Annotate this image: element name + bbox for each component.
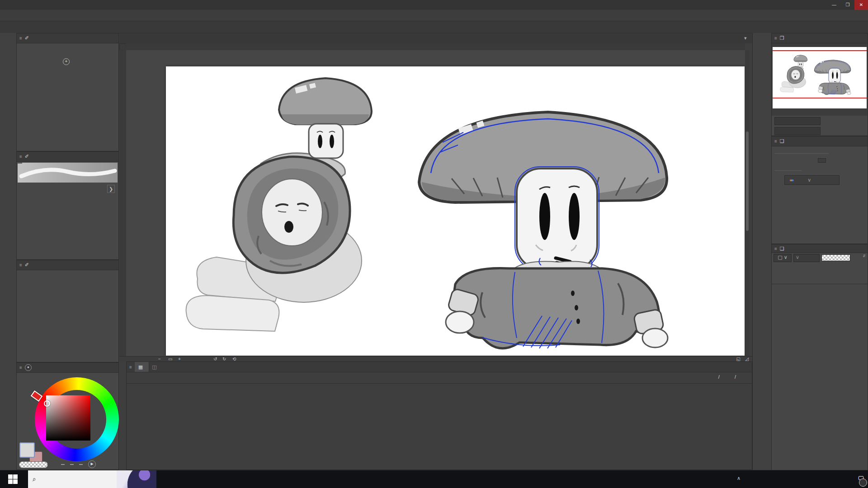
panel-menu-icon[interactable]: ≡: [774, 246, 777, 251]
brush-size-icon: ✐: [25, 262, 29, 268]
expand-icon[interactable]: ◿: [745, 357, 749, 361]
rotate-cw-icon[interactable]: ↻: [222, 357, 226, 361]
layer-toolbar-row3: [772, 273, 868, 284]
expression-color-dropdown[interactable]: ●●● ∨: [784, 175, 840, 185]
navigator-tab-icon: ❐: [780, 35, 784, 41]
panel-menu-icon[interactable]: ≡: [19, 154, 22, 159]
frame-counter: / /: [712, 374, 743, 380]
close-button[interactable]: ✕: [854, 0, 868, 10]
minimize-button[interactable]: —: [827, 0, 841, 10]
search-icon: ⌕: [33, 475, 36, 483]
opacity-spinner[interactable]: ⇵: [863, 254, 866, 258]
panel-menu-icon[interactable]: ≡: [19, 365, 22, 370]
canvas-document[interactable]: [166, 66, 745, 356]
rotate-ccw-icon[interactable]: ↺: [213, 357, 217, 361]
tool-icon: ✐: [25, 154, 29, 160]
hsv-readout: ▶: [61, 460, 96, 468]
color-slider-toggle-icon[interactable]: ▶: [88, 460, 96, 468]
opacity-slider[interactable]: [821, 254, 850, 261]
all-sides-icon: ◫: [152, 364, 156, 370]
sat-key-icon: [70, 464, 74, 465]
canvas-artwork: [166, 66, 745, 356]
canvas-area[interactable]: [126, 50, 745, 356]
brush-stroke-preview: [18, 163, 118, 183]
right-icon-strip: [752, 33, 772, 470]
layer-panel: ≡ ❏ ▢ ∨ ∨ ⇵: [771, 244, 868, 470]
layer-tab-icon: ❏: [780, 246, 784, 252]
search-highlight-image: [117, 470, 156, 488]
wrench-icon: ✐: [25, 35, 29, 41]
maximize-button[interactable]: ❐: [841, 0, 854, 10]
navigator-thumbnail: [777, 53, 862, 96]
brush-name-chip: [18, 163, 22, 164]
tab-all-sides-view[interactable]: ◫: [152, 364, 156, 370]
search-box[interactable]: ⌕: [28, 470, 156, 488]
layer-blend-row: ▢ ∨ ∨ ⇵: [772, 253, 868, 263]
color-wheel-tab-icon: ●: [25, 364, 32, 371]
canvas-vscrollbar[interactable]: [745, 50, 750, 356]
blend-mode-dropdown[interactable]: ∨: [793, 254, 820, 262]
zoom-in-icon[interactable]: +: [178, 357, 181, 361]
navigator-zoom-value[interactable]: [774, 117, 821, 125]
brush-size-panel: ≡ ✐: [16, 260, 119, 362]
tool-property-panel: ≡ ✐ ❯: [16, 151, 119, 260]
zoom-out-icon[interactable]: −: [158, 357, 161, 361]
panel-menu-icon[interactable]: ≡: [129, 365, 132, 370]
app-window: — ❐ ✕ ≡ ✐ + ≡ ✐: [0, 0, 868, 488]
taskbar: ⌕ ∧ 🗨: [0, 470, 868, 488]
timeline-toolbar: / /: [127, 372, 752, 384]
rgb-icon: ●●●: [789, 178, 794, 183]
timeline-icon: ▦: [138, 364, 143, 370]
navigator-guide-bottom: [773, 98, 867, 99]
tab-timeline[interactable]: ▦: [135, 362, 149, 372]
taper-row[interactable]: ❯: [17, 183, 118, 195]
timeline-panel: ≡ ▦ ◫ / /: [126, 361, 752, 470]
zoom-slider[interactable]: ▭: [168, 357, 172, 361]
layer-property-tab-icon: ❏: [780, 138, 784, 144]
notification-badge: [859, 479, 867, 487]
document-tabs: [119, 34, 752, 43]
add-sub-tool-button[interactable]: +: [17, 54, 118, 69]
panel-menu-icon[interactable]: ≡: [774, 36, 777, 41]
color-panel: ≡ ● ▶: [16, 362, 119, 470]
tray-expand-icon[interactable]: ∧: [737, 475, 741, 481]
command-bar: [0, 21, 868, 33]
panel-menu-icon[interactable]: ≡: [19, 263, 22, 267]
panel-menu-icon[interactable]: ≡: [774, 139, 777, 144]
reset-view-icon[interactable]: ⟲: [232, 357, 236, 361]
panel-menu-icon[interactable]: ≡: [19, 36, 22, 41]
timeline-body[interactable]: [127, 384, 752, 469]
sub-tool-panel: ≡ ✐ +: [16, 33, 119, 151]
layer-type-dropdown[interactable]: ▢ ∨: [774, 254, 792, 262]
navigator-viewport[interactable]: [772, 43, 868, 116]
sub-tool-tabs: [17, 43, 118, 54]
ruler-top: [126, 43, 745, 51]
navigator-panel: ≡ ❐: [771, 33, 868, 136]
left-toolbar: [0, 33, 17, 470]
layer-list: [772, 284, 868, 470]
title-bar: — ❐ ✕: [0, 0, 868, 10]
sv-square[interactable]: [46, 395, 90, 441]
hue-key-icon: [61, 464, 65, 465]
brush-preview: [18, 163, 118, 183]
layer-property-panel: ≡ ❏ ●●● ∨: [771, 136, 868, 244]
system-tray: ∧ 🗨: [728, 470, 868, 488]
effect-section: ●●● ∨: [772, 146, 868, 188]
effect-icons: [818, 158, 826, 163]
layer-toolbar-row2: [772, 263, 868, 273]
ruler-left: [119, 50, 127, 356]
sv-marker[interactable]: [44, 400, 50, 407]
val-key-icon: [79, 464, 83, 465]
menu-bar: [0, 10, 868, 21]
foreground-color-swatch[interactable]: [19, 442, 35, 458]
fit-screen-icon[interactable]: ◱: [736, 357, 741, 361]
taper-expand-icon[interactable]: ❯: [107, 185, 115, 193]
navigator-controls: [772, 116, 868, 136]
chevron-down-icon: ∨: [807, 177, 811, 183]
transparent-color-chip[interactable]: [19, 461, 48, 468]
navigator-rotation-value[interactable]: [774, 127, 821, 135]
navigator-guide-top: [773, 50, 867, 51]
plus-icon: +: [63, 58, 70, 65]
tab-overflow-icon[interactable]: ▾: [744, 35, 747, 41]
start-button[interactable]: [8, 474, 18, 484]
